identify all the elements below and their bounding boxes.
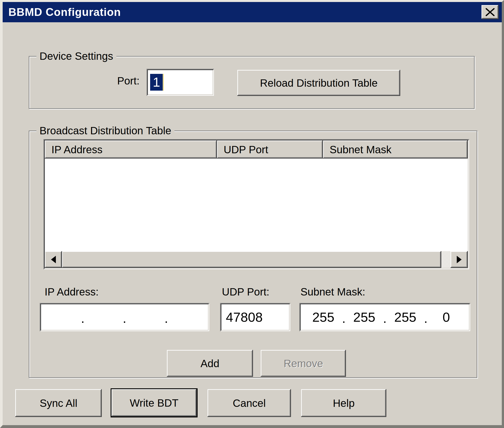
subnet-mask-input[interactable]: 255 . 255 . 255 . 0 — [299, 303, 470, 331]
subnet-mask-label: Subnet Mask: — [300, 286, 365, 298]
scrollbar-thumb[interactable] — [62, 251, 441, 268]
port-label: Port: — [100, 75, 139, 87]
scroll-right-icon — [457, 256, 461, 263]
column-header-udp-port[interactable]: UDP Port — [217, 140, 323, 158]
subnet-octet-4: 0 — [428, 310, 465, 325]
title-bar[interactable]: BBMD Configuration — [3, 2, 502, 22]
device-settings-legend: Device Settings — [36, 49, 116, 63]
horizontal-scrollbar — [45, 251, 468, 268]
add-button[interactable]: Add — [167, 350, 253, 377]
octet-separator: . — [342, 314, 346, 323]
remove-button[interactable]: Remove — [261, 350, 346, 377]
ip-address-input[interactable]: . . . — [40, 303, 209, 331]
octet-separator: . — [383, 314, 387, 323]
scrollbar-track[interactable] — [441, 251, 451, 268]
scroll-right-button[interactable] — [451, 251, 468, 268]
bbmd-configuration-dialog: BBMD Configuration Device Settings Port:… — [0, 0, 504, 428]
octet-separator: . — [424, 314, 428, 323]
sync-all-button[interactable]: Sync All — [15, 389, 102, 417]
scroll-left-button[interactable] — [45, 251, 62, 268]
write-bdt-button[interactable]: Write BDT — [111, 388, 197, 417]
bdt-table: IP Address UDP Port Subnet Mask — [43, 139, 469, 269]
port-input[interactable]: 1 — [147, 69, 214, 96]
reload-distribution-table-button[interactable]: Reload Distribution Table — [237, 70, 400, 96]
udp-port-value: 47808 — [226, 310, 263, 325]
dialog-title: BBMD Configuration — [9, 6, 481, 18]
column-header-ip-address[interactable]: IP Address — [45, 140, 217, 158]
subnet-octet-2: 255 — [346, 310, 383, 325]
bdt-table-header: IP Address UDP Port Subnet Mask — [45, 140, 468, 158]
column-header-subnet-mask[interactable]: Subnet Mask — [323, 140, 468, 158]
udp-port-label: UDP Port: — [222, 286, 269, 298]
octet-separator: . — [164, 314, 168, 323]
scroll-left-icon — [51, 256, 56, 263]
octet-separator: . — [81, 314, 85, 323]
octet-separator: . — [123, 314, 127, 323]
close-icon — [486, 8, 495, 16]
bdt-table-body[interactable] — [45, 158, 468, 251]
subnet-octet-3: 255 — [386, 310, 424, 325]
broadcast-distribution-table-legend: Broadcast Distribution Table — [36, 124, 174, 138]
close-button[interactable] — [481, 5, 499, 19]
udp-port-input[interactable]: 47808 — [220, 303, 290, 331]
text-caret — [163, 74, 164, 91]
subnet-octet-1: 255 — [305, 310, 342, 325]
port-value-selected: 1 — [150, 74, 163, 91]
ip-address-label: IP Address: — [45, 286, 99, 298]
cancel-button[interactable]: Cancel — [207, 389, 291, 417]
help-button[interactable]: Help — [301, 389, 386, 417]
